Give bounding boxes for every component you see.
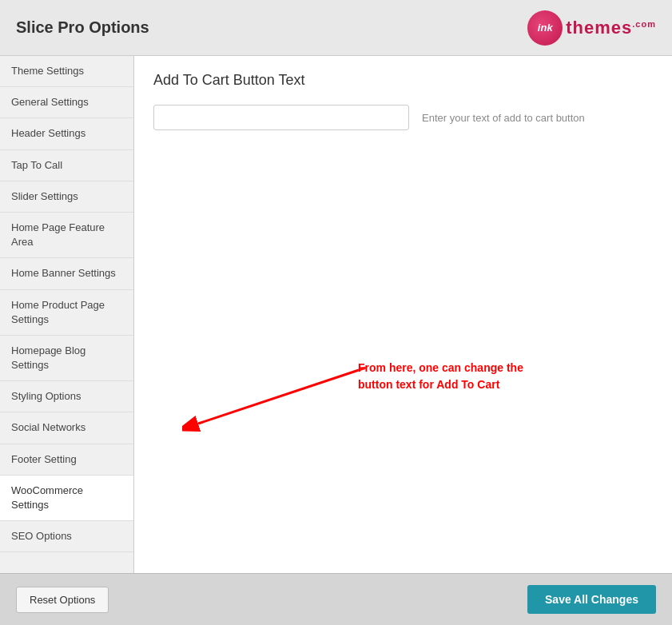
footer: Reset Options Save All Changes (0, 573, 672, 625)
logo-ink-text: ink (538, 22, 553, 34)
main-layout: Theme SettingsGeneral SettingsHeader Set… (0, 56, 672, 573)
sidebar-item-header-settings[interactable]: Header Settings (0, 118, 133, 149)
sidebar-item-theme-settings[interactable]: Theme Settings (0, 56, 133, 87)
logo-icon: ink (527, 10, 563, 46)
svg-line-1 (198, 368, 366, 424)
field-description: Enter your text of add to cart button (422, 112, 585, 124)
sidebar: Theme SettingsGeneral SettingsHeader Set… (0, 56, 134, 573)
sidebar-item-slider-settings[interactable]: Slider Settings (0, 181, 133, 213)
sidebar-item-seo-options[interactable]: SEO Options (0, 521, 133, 552)
sidebar-item-social-networks[interactable]: Social Networks (0, 412, 133, 444)
sidebar-item-home-product-settings[interactable]: Home Product Page Settings (0, 290, 133, 336)
content-area: Add To Cart Button Text Enter your text … (134, 56, 672, 573)
field-row: Enter your text of add to cart button (153, 105, 653, 130)
add-to-cart-text-input[interactable] (153, 105, 409, 130)
sidebar-item-homepage-blog-settings[interactable]: Homepage Blog Settings (0, 336, 133, 381)
annotation-text: From here, one can change the button tex… (358, 360, 523, 393)
save-button[interactable]: Save All Changes (527, 585, 656, 614)
sidebar-item-tap-to-call[interactable]: Tap To Call (0, 150, 133, 181)
sidebar-item-home-banner-settings[interactable]: Home Banner Settings (0, 258, 133, 289)
logo-themes-text: themes.com (566, 18, 656, 38)
header: Slice Pro Options ink themes.com (0, 0, 672, 56)
app-wrapper: Slice Pro Options ink themes.com Theme S… (0, 0, 672, 625)
sidebar-item-styling-options[interactable]: Styling Options (0, 381, 133, 412)
logo-area: ink themes.com (527, 10, 656, 46)
reset-button[interactable]: Reset Options (16, 587, 109, 613)
sidebar-item-home-page-feature-area[interactable]: Home Page Feature Area (0, 213, 133, 258)
sidebar-item-footer-setting[interactable]: Footer Setting (0, 444, 133, 476)
app-title: Slice Pro Options (16, 18, 149, 37)
sidebar-item-woocommerce-settings[interactable]: WooCommerce Settings (0, 476, 133, 521)
sidebar-item-general-settings[interactable]: General Settings (0, 87, 133, 118)
content-title: Add To Cart Button Text (153, 72, 653, 89)
